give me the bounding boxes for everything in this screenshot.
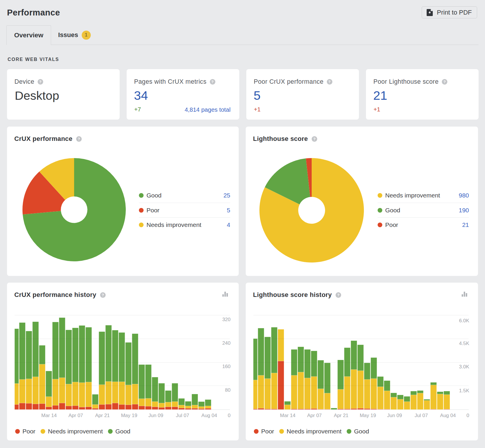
svg-text:May 19: May 19 (360, 413, 376, 418)
svg-text:Jul 07: Jul 07 (176, 413, 189, 418)
svg-text:Aug 04: Aug 04 (201, 413, 217, 418)
svg-text:80: 80 (225, 387, 231, 393)
svg-text:Jun 09: Jun 09 (148, 413, 163, 418)
svg-text:Mar 14: Mar 14 (280, 413, 296, 418)
svg-text:Aug 04: Aug 04 (440, 413, 456, 418)
svg-text:4.5K: 4.5K (459, 341, 470, 346)
svg-text:6.0K: 6.0K (459, 318, 470, 323)
svg-text:320: 320 (222, 317, 231, 322)
svg-text:Apr 07: Apr 07 (68, 413, 83, 418)
svg-text:3.0K: 3.0K (459, 364, 470, 370)
svg-text:Apr 21: Apr 21 (334, 413, 348, 418)
svg-text:Jul 07: Jul 07 (415, 413, 428, 418)
svg-text:240: 240 (222, 340, 231, 346)
svg-text:Mar 14: Mar 14 (41, 413, 57, 418)
svg-text:Apr 21: Apr 21 (95, 413, 110, 418)
svg-text:160: 160 (222, 364, 231, 369)
svg-text:0: 0 (228, 413, 231, 418)
svg-text:Apr 07: Apr 07 (307, 413, 322, 418)
svg-text:1.5K: 1.5K (459, 388, 470, 393)
svg-text:May 19: May 19 (121, 413, 137, 418)
svg-text:Jun 09: Jun 09 (387, 413, 402, 418)
svg-text:0: 0 (467, 413, 469, 418)
